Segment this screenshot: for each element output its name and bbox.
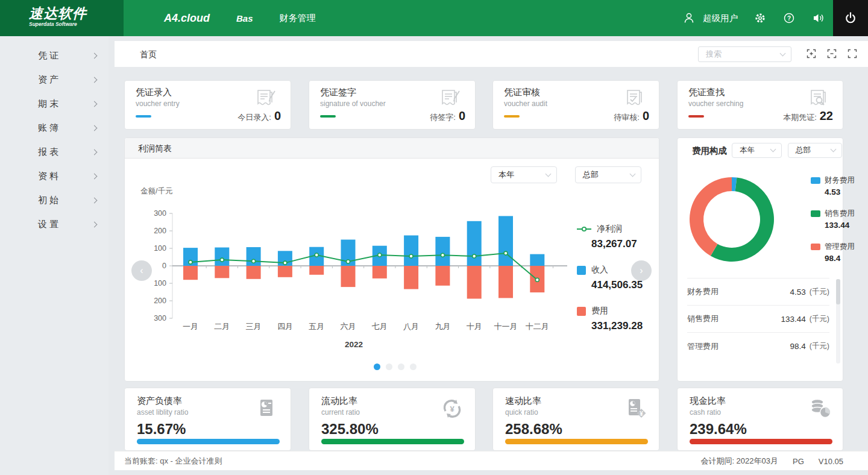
cash-ratio-card[interactable]: 现金比率 cash ratio 239.64% <box>677 388 843 451</box>
row-label: 财务费用 <box>687 286 790 297</box>
svg-text:100: 100 <box>154 244 166 253</box>
quick-ratio-card[interactable]: 速动比率 quick ratio 258.68% ¥ <box>492 388 659 451</box>
nav-finance[interactable]: 财务管理 <box>280 13 316 24</box>
nav-a4cloud[interactable]: A4.cloud <box>164 12 210 25</box>
legend-item-admin-expense[interactable]: 管理费用 98.4 <box>811 242 855 263</box>
row-unit: (千元) <box>810 314 829 324</box>
sidebar-item-initial[interactable]: 初 始 <box>0 188 108 212</box>
row-unit: (千元) <box>810 287 829 297</box>
sidebar-item-ledgers[interactable]: 账 簿 <box>0 116 108 140</box>
sidebar-item-data[interactable]: 资 料 <box>0 164 108 188</box>
card-subtitle: voucher audit <box>504 99 547 108</box>
year-filter-select[interactable]: 本年 <box>491 166 557 183</box>
report-pie-icon <box>254 395 281 422</box>
svg-text:六月: 六月 <box>341 322 356 331</box>
app-header: 速达软件 Superdata Software A4.cloud Bas 财务管… <box>0 0 868 36</box>
brand-subtitle: Superdata Software <box>29 21 124 27</box>
card-title: 凭证录入 <box>136 87 172 98</box>
help-icon[interactable]: ? <box>782 11 796 25</box>
stat-label: 待签字: <box>430 113 456 122</box>
card-subtitle: asset liblity ratio <box>137 408 188 417</box>
legend-item-net-profit[interactable]: 净利润 83,267.07 <box>577 224 643 250</box>
row-label: 销售费用 <box>687 313 781 324</box>
tab-home[interactable]: 首页 <box>140 41 157 68</box>
voucher-audit-card[interactable]: 凭证审核 voucher audit 待审核:0 <box>492 80 659 130</box>
row-value: 133.44 <box>781 315 805 324</box>
select-value: 总部 <box>583 169 631 180</box>
card-stat: 待签字:0 <box>430 109 465 123</box>
legend-item-finance-expense[interactable]: 财务费用 4.53 <box>811 175 855 197</box>
zoom-in-tab-icon[interactable] <box>807 49 816 58</box>
sidebar-item-settings[interactable]: 设 置 <box>0 212 108 236</box>
carousel-next-button[interactable]: › <box>631 260 652 281</box>
sidebar-item-reports[interactable]: 报 表 <box>0 140 108 164</box>
carousel-dot[interactable] <box>374 363 380 370</box>
table-row[interactable]: 销售费用 133.44 (千元) <box>687 306 829 333</box>
power-icon <box>843 11 858 25</box>
card-title: 凭证审核 <box>504 87 540 98</box>
app-window: 速达软件 Superdata Software A4.cloud Bas 财务管… <box>0 0 868 475</box>
expense-year-select[interactable]: 本年 <box>732 143 782 158</box>
stat-value: 0 <box>643 109 649 122</box>
svg-text:0: 0 <box>162 262 166 270</box>
user-icon <box>682 11 696 25</box>
panel-title: 利润简表 <box>138 138 659 159</box>
select-value: 本年 <box>498 169 546 180</box>
chevron-right-icon <box>92 52 98 58</box>
sidebar-item-label: 设 置 <box>38 219 92 230</box>
svg-text:八月: 八月 <box>403 322 419 331</box>
search-combobox[interactable]: 搜索 <box>698 46 791 62</box>
svg-text:七月: 七月 <box>372 322 388 331</box>
scrollbar-track[interactable] <box>836 279 840 363</box>
search-placeholder: 搜索 <box>706 49 781 60</box>
ratio-bar <box>690 439 832 444</box>
chevron-down-icon <box>630 171 636 177</box>
accounting-period-label: 会计期间: 2022年03月 <box>700 456 778 467</box>
legend-value: 4.53 <box>825 187 855 197</box>
nav-bas[interactable]: Bas <box>236 13 253 24</box>
header-nav: A4.cloud Bas 财务管理 <box>164 0 316 36</box>
scrollbar-thumb[interactable] <box>836 279 840 304</box>
org-filter-select[interactable]: 总部 <box>575 166 641 183</box>
ratio-value: 239.64% <box>690 421 747 438</box>
voucher-search-card[interactable]: 凭证查找 voucher serching 本期凭证:22 <box>677 80 843 130</box>
voucher-sign-card[interactable]: 凭证签字 signature of voucher 待签字:0 <box>309 80 476 130</box>
carousel-dots <box>374 363 417 370</box>
panel-titlebar: 利润简表 <box>125 138 659 159</box>
toolbar-icons <box>807 49 857 58</box>
carousel-dot[interactable] <box>410 363 417 370</box>
legend-item-sales-expense[interactable]: 销售费用 133.44 <box>811 209 855 230</box>
carousel-dot[interactable] <box>398 363 404 370</box>
sidebar-item-assets[interactable]: 资 产 <box>0 68 108 92</box>
fullscreen-icon[interactable] <box>848 49 857 58</box>
logout-button[interactable] <box>833 0 868 36</box>
card-title: 资产负债率 <box>137 395 182 407</box>
sidebar-item-voucher[interactable]: 凭 证 <box>0 43 108 68</box>
svg-text:十一月: 十一月 <box>494 322 518 331</box>
row-value: 4.53 <box>790 288 805 297</box>
expense-composition-panel: 费用构成 本年 总部 财务费用 4.53 销售费用 133.44 管理费用 98… <box>677 137 843 382</box>
sidebar: 凭 证 资 产 期 末 账 簿 报 表 资 料 初 始 设 置 <box>0 36 108 475</box>
zoom-out-tab-icon[interactable] <box>827 49 837 58</box>
user-menu[interactable]: 超级用户 <box>682 11 738 25</box>
sidebar-item-period-end[interactable]: 期 末 <box>0 92 108 116</box>
table-row[interactable]: 财务费用 4.53 (千元) <box>687 278 829 306</box>
carousel-prev-button[interactable]: ‹ <box>131 260 152 281</box>
speaker-icon[interactable] <box>811 11 826 25</box>
current-ratio-card[interactable]: 流动比率 current ratio 325.80% ¥ <box>309 388 476 451</box>
voucher-entry-card[interactable]: 凭证录入 voucher entry 今日录入:0 <box>124 80 291 130</box>
accent-dash <box>320 115 336 118</box>
svg-text:一月: 一月 <box>183 322 198 331</box>
expense-donut-chart <box>681 168 783 271</box>
expense-org-select[interactable]: 总部 <box>788 143 842 158</box>
chevron-right-icon <box>92 173 98 179</box>
legend-label: 销售费用 <box>825 209 855 219</box>
legend-item-expense[interactable]: 费用 331,239.28 <box>577 306 643 332</box>
table-row[interactable]: 管理费用 98.4 (千元) <box>687 333 829 360</box>
brand-logo: 速达软件 Superdata Software <box>0 0 124 36</box>
svg-text:四月: 四月 <box>277 322 293 331</box>
square-marker-icon <box>811 210 820 217</box>
carousel-dot[interactable] <box>386 363 392 370</box>
asset-liability-ratio-card[interactable]: 资产负债率 asset liblity ratio 15.67% <box>124 388 291 451</box>
settings-gear-icon[interactable] <box>753 11 767 25</box>
